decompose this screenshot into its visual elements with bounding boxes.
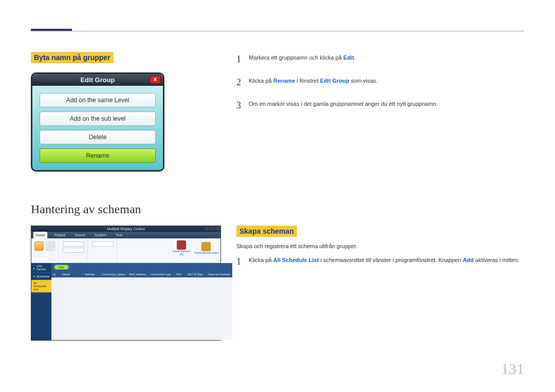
header-accent-bar bbox=[31, 29, 72, 31]
grid-area: Add ID Name Settings Connection Status M… bbox=[51, 263, 232, 340]
side-row-all-schedule-list[interactable]: All Schedule List bbox=[31, 280, 51, 293]
side-row-label: Schedule bbox=[36, 275, 49, 278]
step-row: 3 Om en markör visas i det gamla gruppna… bbox=[236, 98, 524, 113]
section1-steps: 1 Markera ett gruppnamn och klicka på Ed… bbox=[236, 52, 524, 113]
minimize-icon[interactable] bbox=[205, 227, 209, 230]
tab-picture[interactable]: Picture bbox=[52, 232, 68, 238]
step-number: 3 bbox=[236, 98, 249, 113]
side-row-label: All Schedule List bbox=[33, 282, 49, 291]
maximize-icon[interactable] bbox=[210, 227, 214, 230]
close-icon[interactable] bbox=[215, 227, 219, 230]
page-number: 131 bbox=[501, 360, 524, 378]
step-text-part: som visas. bbox=[349, 78, 378, 84]
toolbar-block bbox=[62, 240, 88, 260]
tab-home[interactable]: Home bbox=[33, 232, 47, 238]
add-same-level-button[interactable]: Add on the same Level bbox=[40, 93, 156, 107]
grid-header: ID Name Settings Connection Status MAC A… bbox=[51, 271, 232, 277]
keyword-edit: Edit bbox=[343, 54, 354, 61]
step-text-part: Markera ett gruppnamn och klicka på bbox=[249, 54, 343, 61]
step-text-part: i schemaavsnittet till vänster i program… bbox=[319, 257, 462, 263]
toolbar-input[interactable] bbox=[63, 248, 84, 253]
close-icon[interactable]: × bbox=[150, 76, 161, 84]
keyword-all-schedule-list: All Schedule List bbox=[273, 257, 319, 263]
toolbar-input[interactable] bbox=[92, 241, 114, 247]
col-settings: Settings bbox=[83, 273, 101, 276]
side-row-schedule[interactable]: ▾ Schedule bbox=[31, 273, 51, 280]
col-set-id-range: SET ID Ran... bbox=[186, 273, 207, 276]
step-text: Klicka på Rename i fönstret Edit Group s… bbox=[249, 75, 378, 86]
section2-steps: 1 Klicka på All Schedule List i schemaav… bbox=[236, 254, 524, 269]
toolbar-block bbox=[33, 240, 59, 260]
rename-button[interactable]: Rename bbox=[40, 148, 156, 163]
app-window-titlebar: Multiple Display Control bbox=[31, 226, 220, 232]
step-number: 1 bbox=[236, 254, 249, 269]
side-row-lfd-device[interactable]: ▸ LFD Device bbox=[31, 263, 51, 273]
chevron-down-icon: ▾ bbox=[33, 274, 35, 278]
window-controls bbox=[205, 227, 219, 230]
toolbar-right-group: Fault Device (0) Fault Device Alert bbox=[173, 240, 218, 256]
grid-rows bbox=[51, 277, 232, 340]
section2-heading: Hantering av scheman bbox=[31, 202, 524, 216]
toolbar-block bbox=[91, 240, 117, 260]
app-toolbar: Fault Device (0) Fault Device Alert bbox=[31, 238, 220, 263]
fault-device-count: (0) bbox=[173, 253, 190, 256]
side-row-label: LFD Device bbox=[36, 265, 49, 271]
step-text-part: . bbox=[354, 54, 356, 61]
col-id: ID bbox=[51, 273, 61, 276]
step-row: 1 Klicka på All Schedule List i schemaav… bbox=[236, 254, 524, 269]
fault-alert-block: Fault Device Alert bbox=[194, 242, 218, 254]
toolbar-input[interactable] bbox=[63, 241, 84, 247]
col-connection-status: Connection Status bbox=[101, 273, 127, 276]
fault-device-icon[interactable] bbox=[177, 240, 186, 250]
step-row: 1 Markera ett gruppnamn och klicka på Ed… bbox=[236, 52, 524, 67]
step-text: Markera ett gruppnamn och klicka på Edit… bbox=[249, 52, 356, 63]
app-window-title: Multiple Display Control bbox=[107, 227, 145, 231]
fault-alert-icon[interactable] bbox=[201, 242, 211, 251]
step-row: 2 Klicka på Rename i fönstret Edit Group… bbox=[236, 75, 524, 90]
app-window: Multiple Display Control Home Picture So… bbox=[31, 226, 221, 341]
step-text-part: i fönstret bbox=[295, 78, 320, 84]
side-panel: ▸ LFD Device ▾ Schedule All Schedule Lis… bbox=[31, 263, 51, 340]
dialog-titlebar: Edit Group × bbox=[32, 74, 163, 86]
header-rule bbox=[31, 31, 524, 31]
section1-heading: Byta namn på grupper bbox=[31, 52, 114, 63]
col-detected-devices: Detected Devices bbox=[207, 273, 232, 276]
step-number: 1 bbox=[236, 52, 249, 67]
fault-alert-label: Fault Device Alert bbox=[194, 251, 218, 254]
tab-system[interactable]: System bbox=[92, 232, 108, 238]
col-port: Port bbox=[175, 273, 186, 276]
col-mac-address: MAC Address bbox=[127, 273, 149, 276]
add-sub-level-button[interactable]: Add on the sub level bbox=[40, 111, 156, 126]
step-text-part: Klicka på bbox=[249, 78, 273, 84]
chevron-icon: ▸ bbox=[33, 266, 35, 270]
edit-group-dialog: Edit Group × Add on the same Level Add o… bbox=[31, 72, 164, 172]
delete-button[interactable]: Delete bbox=[40, 130, 156, 144]
toolbar-icon[interactable] bbox=[46, 241, 55, 251]
fault-device-block: Fault Device (0) bbox=[173, 240, 190, 256]
toolbar-icon[interactable] bbox=[34, 241, 44, 251]
add-button[interactable]: Add bbox=[54, 265, 69, 270]
col-name: Name bbox=[61, 273, 83, 276]
step-text: Om en markör visas i det gamla gruppnamn… bbox=[249, 98, 437, 109]
step-text: Klicka på All Schedule List i schemaavsn… bbox=[249, 254, 519, 265]
dialog-body: Add on the same Level Add on the sub lev… bbox=[32, 86, 163, 170]
section2-subheading: Skapa scheman bbox=[236, 226, 297, 237]
step-text-part: Klicka på bbox=[249, 257, 273, 263]
keyword-add: Add bbox=[462, 257, 473, 263]
step-text-part: aktiveras i mitten. bbox=[474, 257, 520, 263]
keyword-edit-group: Edit Group bbox=[320, 78, 349, 84]
tab-tool[interactable]: Tool bbox=[114, 232, 124, 238]
tab-sound[interactable]: Sound bbox=[72, 232, 87, 238]
app-tabs: Home Picture Sound System Tool bbox=[31, 232, 220, 238]
app-body: ▸ LFD Device ▾ Schedule All Schedule Lis… bbox=[31, 263, 220, 340]
col-connection-type: Connection type bbox=[149, 273, 175, 276]
keyword-rename: Rename bbox=[273, 78, 295, 84]
dialog-title: Edit Group bbox=[80, 76, 115, 84]
step-number: 2 bbox=[236, 75, 249, 90]
section2-intro: Skapa och registrera ett schema utifrån … bbox=[236, 243, 524, 249]
